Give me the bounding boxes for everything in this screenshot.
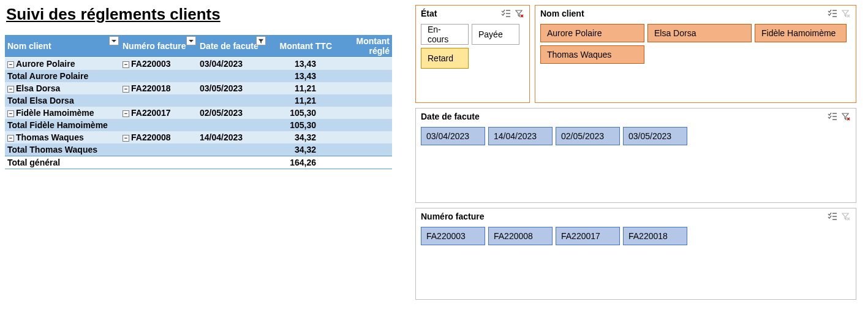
collapse-icon[interactable]: −	[123, 135, 129, 142]
cell	[334, 82, 392, 94]
cell	[334, 58, 392, 71]
cell: Aurore Polaire	[16, 59, 75, 69]
cell: FA220017	[131, 108, 171, 118]
col-numero-facture[interactable]: Numéro facture	[120, 35, 197, 58]
page-title: Suivi des réglements clients	[6, 5, 397, 24]
cell: Total Thomas Waques	[5, 143, 267, 156]
slicer-nom-client[interactable]: Nom client Aurore Polaire Elsa Dorsa Fid…	[535, 5, 856, 103]
slicer-item-selected[interactable]: 03/05/2023	[623, 127, 687, 145]
pivot-table: Nom client Numéro facture Date de facute	[5, 35, 392, 169]
clear-filter-icon[interactable]	[840, 211, 852, 222]
slicer-item-selected[interactable]: FA220003	[421, 227, 485, 245]
slicer-header: Numéro facture	[416, 208, 856, 223]
cell: 14/04/2023	[197, 131, 267, 143]
multiselect-icon[interactable]	[826, 111, 839, 122]
table-row: −Aurore Polaire −FA220003 03/04/2023 13,…	[5, 58, 392, 71]
cell: 03/05/2023	[197, 82, 267, 94]
cell	[334, 70, 392, 82]
table-row: −Fidèle Hamoimème −FA220017 02/05/2023 1…	[5, 107, 392, 119]
slicer-item-selected[interactable]: Elsa Dorsa	[647, 24, 752, 42]
slicer-etat[interactable]: État En-cours Payée Retard	[415, 5, 530, 103]
multiselect-icon[interactable]	[500, 8, 512, 19]
cell: Total Elsa Dorsa	[5, 94, 267, 107]
slicer-header: État	[416, 6, 529, 20]
table-row: −Elsa Dorsa −FA220018 03/05/2023 11,21	[5, 82, 392, 94]
col-label: Numéro facture	[123, 41, 186, 51]
slicer-title: État	[421, 9, 437, 18]
slicer-date-facture[interactable]: Date de facute 03/04/2023 14/04/2023 02/…	[415, 108, 856, 203]
cell: 34,32	[267, 143, 334, 156]
collapse-icon[interactable]: −	[123, 61, 129, 68]
cell	[334, 143, 392, 156]
cell: FA220003	[131, 59, 171, 69]
slicer-title: Date de facute	[421, 112, 480, 121]
dropdown-icon[interactable]	[109, 36, 119, 45]
cell	[334, 131, 392, 143]
cell: 02/05/2023	[197, 107, 267, 119]
cell	[334, 107, 392, 119]
slicer-item[interactable]: En-cours	[421, 24, 469, 45]
col-label: Montant TTC	[279, 41, 332, 51]
cell: 03/04/2023	[197, 58, 267, 71]
cell	[334, 119, 392, 131]
col-montant-ttc: Montant TTC	[267, 35, 334, 58]
cell: Fidèle Hamoimème	[16, 108, 94, 118]
table-row: Total Thomas Waques 34,32	[5, 143, 392, 156]
cell: Total Fidèle Hamoimème	[5, 119, 267, 131]
table-row: Total Elsa Dorsa 11,21	[5, 94, 392, 107]
cell: 11,21	[267, 94, 334, 107]
collapse-icon[interactable]: −	[123, 86, 129, 93]
cell: Total Aurore Polaire	[5, 70, 267, 82]
col-label: Montant réglé	[357, 36, 390, 56]
slicer-item-selected[interactable]: FA220017	[556, 227, 620, 245]
slicer-item-selected[interactable]: FA220018	[623, 227, 687, 245]
cell	[334, 94, 392, 107]
filter-active-icon[interactable]	[256, 36, 266, 45]
dropdown-icon[interactable]	[186, 36, 196, 45]
cell: Elsa Dorsa	[16, 83, 60, 93]
collapse-icon[interactable]: −	[7, 110, 14, 117]
slicer-item-selected[interactable]: Aurore Polaire	[540, 24, 644, 42]
cell: 164,26	[267, 156, 334, 169]
cell: Thomas Waques	[16, 132, 84, 142]
collapse-icon[interactable]: −	[7, 135, 14, 142]
cell: FA220018	[131, 83, 171, 93]
slicer-item-selected[interactable]: 03/04/2023	[421, 127, 485, 145]
table-row: Total Fidèle Hamoimème 105,30	[5, 119, 392, 131]
slicer-item-selected[interactable]: FA220008	[488, 227, 553, 245]
slicer-item-selected[interactable]: Thomas Waques	[540, 45, 644, 64]
cell: 13,43	[267, 70, 334, 82]
cell: 13,43	[267, 58, 334, 71]
grand-total-row: Total général 164,26	[5, 156, 392, 169]
slicer-numero-facture[interactable]: Numéro facture FA220003 FA220008 FA22001…	[415, 208, 856, 300]
slicer-item-selected[interactable]: 14/04/2023	[488, 127, 553, 145]
slicer-item-selected[interactable]: Retard	[421, 48, 469, 69]
table-row: Total Aurore Polaire 13,43	[5, 70, 392, 82]
clear-filter-icon[interactable]	[840, 8, 852, 19]
table-row: −Thomas Waques −FA220008 14/04/2023 34,3…	[5, 131, 392, 143]
slicer-title: Numéro facture	[421, 212, 484, 221]
collapse-icon[interactable]: −	[7, 86, 14, 93]
clear-filter-icon[interactable]	[513, 8, 526, 19]
col-nom-client[interactable]: Nom client	[5, 35, 120, 58]
collapse-icon[interactable]: −	[7, 61, 14, 68]
slicer-header: Nom client	[535, 6, 856, 20]
cell: FA220008	[131, 132, 171, 142]
col-date-facture[interactable]: Date de facute	[197, 35, 267, 58]
multiselect-icon[interactable]	[826, 8, 839, 19]
slicer-item[interactable]: Payée	[472, 24, 519, 45]
cell: 105,30	[267, 119, 334, 131]
col-label: Nom client	[7, 41, 51, 51]
collapse-icon[interactable]: −	[123, 110, 129, 117]
cell: 11,21	[267, 82, 334, 94]
multiselect-icon[interactable]	[826, 211, 839, 222]
slicer-item-selected[interactable]: Fidèle Hamoimème	[755, 24, 847, 42]
slicer-title: Nom client	[540, 9, 584, 18]
cell: 105,30	[267, 107, 334, 119]
clear-filter-icon[interactable]	[840, 111, 852, 122]
pivot-header-row: Nom client Numéro facture Date de facute	[5, 35, 392, 58]
slicer-item-selected[interactable]: 02/05/2023	[556, 127, 620, 145]
cell: Total général	[5, 156, 267, 169]
col-label: Date de facute	[200, 41, 259, 51]
cell: 34,32	[267, 131, 334, 143]
